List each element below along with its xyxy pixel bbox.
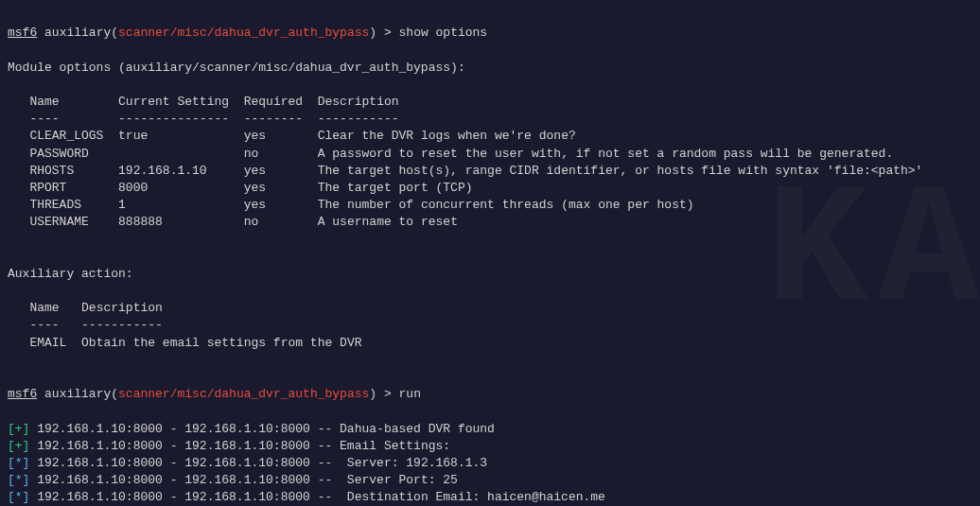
opt-row-0-required: yes <box>244 129 266 143</box>
status-info-icon: [*] <box>8 473 29 487</box>
opt-row-5-name: USERNAME <box>29 215 88 229</box>
col-required-header: Required <box>244 95 303 109</box>
col-name-divider: ---- <box>29 112 59 126</box>
opt-row-0-setting: true <box>118 129 148 143</box>
opt-row-2-name: RHOSTS <box>29 164 74 178</box>
command-run: run <box>399 387 421 401</box>
opt-row-0-description: Clear the DVR logs when we're done? <box>318 129 576 143</box>
output-text-4: 192.168.1.10:8000 - 192.168.1.10:8000 --… <box>37 490 605 504</box>
output-line-2: [*] 192.168.1.10:8000 - 192.168.1.10:800… <box>8 456 487 470</box>
opt-row-2-setting: 192.168.1.10 <box>118 164 207 178</box>
opt-row-0-name: CLEAR_LOGS <box>29 129 103 143</box>
action-name-header: Name <box>29 301 59 315</box>
output-text-0: 192.168.1.10:8000 - 192.168.1.10:8000 --… <box>37 422 495 436</box>
action-name-divider: ---- <box>29 318 59 332</box>
opt-row-5-description: A username to reset <box>318 215 458 229</box>
output-text-1: 192.168.1.10:8000 - 192.168.1.10:8000 --… <box>37 439 450 453</box>
prompt-msf: msf6 <box>8 26 37 40</box>
command-show-options: show options <box>399 26 488 40</box>
opt-row-2-description: The target host(s), range CIDR identifie… <box>318 164 923 178</box>
action-description-divider: ----------- <box>81 318 163 332</box>
col-name-header: Name <box>29 95 59 109</box>
opt-row-5-setting: 888888 <box>118 215 163 229</box>
output-text-2: 192.168.1.10:8000 - 192.168.1.10:8000 --… <box>37 456 487 470</box>
output-line-3: [*] 192.168.1.10:8000 - 192.168.1.10:800… <box>8 473 458 487</box>
output-text-3: 192.168.1.10:8000 - 192.168.1.10:8000 --… <box>37 473 458 487</box>
prompt-msf-2: msf6 <box>8 387 37 401</box>
opt-row-3-required: yes <box>244 181 266 195</box>
status-info-icon: [*] <box>8 456 29 470</box>
col-description-header: Description <box>318 95 399 109</box>
module-path-2: scanner/misc/dahua_dvr_auth_bypass <box>118 387 369 401</box>
opt-row-4-required: yes <box>244 198 266 212</box>
output-line-0: [+] 192.168.1.10:8000 - 192.168.1.10:800… <box>8 422 495 436</box>
output-line-1: [+] 192.168.1.10:8000 - 192.168.1.10:800… <box>8 439 450 453</box>
terminal-output[interactable]: msf6 auxiliary(scanner/misc/dahua_dvr_au… <box>8 8 972 506</box>
opt-row-4-setting: 1 <box>118 198 126 212</box>
status-info-icon: [*] <box>8 490 29 504</box>
prompt-line-2: msf6 auxiliary(scanner/misc/dahua_dvr_au… <box>8 387 421 401</box>
col-description-divider: ----------- <box>318 112 399 126</box>
module-path: scanner/misc/dahua_dvr_auth_bypass <box>118 26 369 40</box>
action-description-header: Description <box>81 301 163 315</box>
action-row-description: Obtain the email settings from the DVR <box>81 336 361 350</box>
opt-row-3-name: RPORT <box>29 181 66 195</box>
status-good-icon: [+] <box>8 439 29 453</box>
output-line-4: [*] 192.168.1.10:8000 - 192.168.1.10:800… <box>8 490 605 504</box>
action-row-name: EMAIL <box>29 336 66 350</box>
opt-row-1-name: PASSWORD <box>29 147 88 161</box>
opt-row-3-description: The target port (TCP) <box>318 181 473 195</box>
col-setting-header: Current Setting <box>118 95 229 109</box>
aux-action-header: Auxiliary action: <box>8 267 133 281</box>
opt-row-2-required: yes <box>244 164 266 178</box>
opt-row-3-setting: 8000 <box>118 181 148 195</box>
col-setting-divider: --------------- <box>118 112 229 126</box>
prompt-type: auxiliary <box>44 26 111 40</box>
opt-row-4-name: THREADS <box>29 198 81 212</box>
opt-row-1-required: no <box>244 147 259 161</box>
opt-row-5-required: no <box>244 215 259 229</box>
status-good-icon: [+] <box>8 422 29 436</box>
opt-row-1-description: A password to reset the user with, if no… <box>318 147 894 161</box>
prompt-line-1: msf6 auxiliary(scanner/misc/dahua_dvr_au… <box>8 26 487 40</box>
opt-row-4-description: The number of concurrent threads (max on… <box>318 198 694 212</box>
module-options-header: Module options (auxiliary/scanner/misc/d… <box>8 61 465 75</box>
col-required-divider: -------- <box>244 112 303 126</box>
prompt-type-2: auxiliary <box>44 387 111 401</box>
